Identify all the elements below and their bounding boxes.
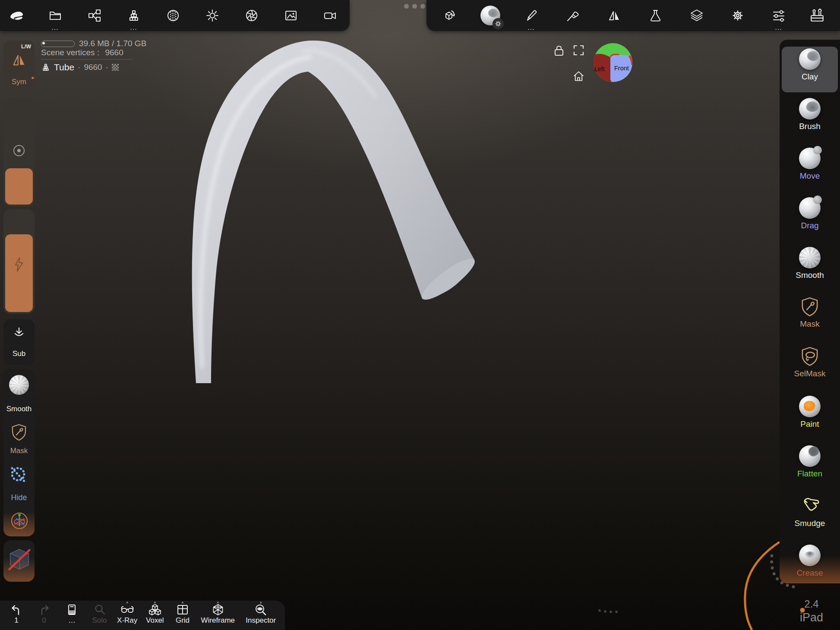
camera-icon[interactable] [313,0,347,31]
scene-info-divider [41,59,133,60]
redo-count: 0 [42,616,46,625]
paint-all-icon[interactable] [556,0,590,31]
lock-view-button[interactable] [553,44,565,57]
layers-icon[interactable] [680,0,714,31]
view-cube-front-label: Front [614,65,629,72]
hidden-cube-icon [7,546,32,573]
wireframe-label: Wireframe [201,616,235,625]
transform-gizmo-icon[interactable] [432,0,466,31]
sculpt-mesh-tube[interactable] [192,41,480,383]
toolbar-drag-dots[interactable] [404,4,425,9]
smooth-sphere-icon[interactable] [9,375,29,395]
tool-brush[interactable]: Brush [782,96,838,142]
home-view-button[interactable] [573,70,584,82]
matcap-settings-badge[interactable] [493,18,504,29]
gizmo-sphere-icon[interactable] [10,511,29,530]
intensity-panel [3,209,35,314]
toolbox-icon[interactable] [800,0,834,31]
object-separator2: · [106,63,108,72]
scene-vertices-label: Scene vertices : [41,48,99,57]
left-smooth-label: Smooth [3,405,35,413]
history-button[interactable]: … [58,601,85,630]
matcap-sphere-icon [480,6,500,25]
xray-caret-icon: ▲ [126,601,129,604]
sym-label: Sym [3,78,35,86]
tool-crease[interactable]: Crease [782,543,838,583]
viewport-canvas[interactable] [0,0,840,630]
paint-sphere-icon [799,396,821,417]
interface-sliders-button[interactable]: … [762,0,796,31]
files-more-dots: … [51,25,60,31]
hide-dotted-icon[interactable] [9,466,28,485]
voxel-label: Voxel [146,616,164,625]
tool-smooth[interactable]: Smooth [782,245,838,291]
tool-move[interactable]: Move [782,146,838,192]
scene-vertices-value: 9660 [105,48,123,57]
wireframe-button[interactable]: ▲ Wireframe [196,601,239,630]
intensity-swatch-button[interactable] [5,234,33,312]
material-icon[interactable] [156,0,190,31]
symmetry-triangles-icon [11,53,27,67]
smudge-finger-icon [799,495,820,517]
left-mask-label: Mask [3,447,35,455]
inspector-label: Inspector [246,616,276,625]
redo-button[interactable]: 0 [30,601,58,630]
tool-selmask[interactable]: SelMask [782,344,838,390]
undo-button[interactable]: 1 [3,601,30,630]
object-row[interactable]: Tube · 9660 · [41,62,119,72]
solo-label: Solo [92,616,107,625]
object-name: Tube [54,62,74,72]
inspector-button[interactable]: ▲ Inspector [240,601,282,630]
left-mask-shield-icon[interactable] [11,423,27,441]
tool-smudge[interactable]: Smudge [782,493,838,539]
grid-caret-icon: ▲ [181,601,184,604]
lightning-icon [13,257,25,272]
settings-gear-icon[interactable] [721,0,755,31]
move-sphere-icon [799,148,821,169]
sym-corner-label: L/W [21,44,31,50]
smooth-sphere-icon [799,247,821,268]
tool-clay[interactable]: Clay [782,47,838,92]
show-hidden-panel-button[interactable] [3,540,35,582]
left-brush-panel: Smooth Mask Hide [3,369,35,536]
files-button[interactable]: … [38,0,72,31]
solo-button[interactable]: Solo [85,601,113,630]
nomad-logo-icon[interactable] [0,0,34,31]
voxel-button[interactable]: ▲ Voxel [141,601,169,630]
post-process-icon[interactable] [235,0,268,31]
memory-usage: 39.6 MB / 1.70 GB [79,39,146,48]
fullscreen-button[interactable] [573,45,584,56]
tool-mask[interactable]: Mask [782,295,838,340]
experimental-flask-icon[interactable] [638,0,672,31]
topology-more-dots: … [130,25,138,31]
falloff-circle-icon[interactable] [13,145,25,157]
lighting-icon[interactable] [196,0,229,31]
tool-drag[interactable]: Drag [782,195,838,241]
tool-paint[interactable]: Paint [782,394,838,440]
xray-button[interactable]: ▲ X-Ray [114,601,141,630]
grid-button[interactable]: ▲ Grid [169,601,196,630]
tool-flatten[interactable]: Flatten [782,444,838,489]
topology-button[interactable]: … [117,0,151,31]
brush-sidebar: Clay Brush Move Drag Smooth Mask [780,40,840,583]
hide-label: Hide [3,493,35,502]
scene-graph-icon[interactable] [78,0,111,31]
background-image-icon[interactable] [274,0,308,31]
stylus-button[interactable]: … [515,0,548,31]
brush-sphere-icon [799,98,821,120]
sub-button[interactable]: Sub [3,319,35,365]
sub-label: Sub [3,350,35,358]
radius-swatch-button[interactable] [5,168,33,205]
symmetry-panel-button[interactable]: L/W ▸ Sym [3,41,35,90]
memory-bar-fill [42,42,45,44]
wireframe-caret-icon: ▲ [216,601,220,604]
matcap-material-button[interactable] [474,0,507,31]
drag-sphere-icon [799,197,821,219]
device-label: iPad [790,611,833,624]
object-topology-icon [41,63,51,71]
stroke-options-panel [3,98,35,206]
clay-sphere-icon [799,48,821,70]
inspector-caret-icon: ▲ [259,601,262,604]
view-cube[interactable]: Left Front [593,43,633,82]
symmetry-icon[interactable] [597,0,631,31]
